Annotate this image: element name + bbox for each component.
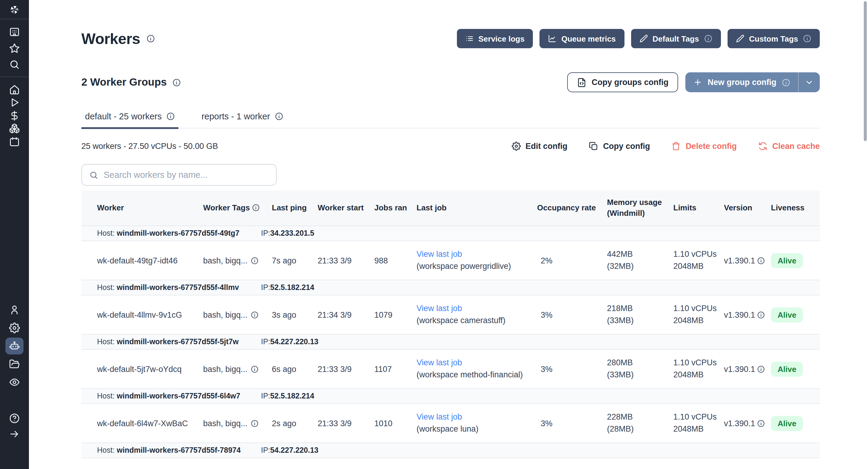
copy-groups-config-button[interactable]: Copy groups config <box>567 72 678 92</box>
sidebar-item-users[interactable] <box>0 301 29 319</box>
info-icon[interactable] <box>782 78 790 87</box>
header-button-custom-tags[interactable]: Custom Tags <box>727 29 820 48</box>
liveness-badge: Alive <box>771 416 803 431</box>
memory-windmill: (28MB) <box>607 423 667 436</box>
search-icon <box>5 56 24 73</box>
edit-config-button[interactable]: Edit config <box>512 142 567 151</box>
column-header-label: Memory usage (Windmill) <box>607 198 662 218</box>
limits: 1.10 vCPUs2048MB <box>673 411 724 436</box>
worker-start: 21:33 3/9 <box>318 419 374 428</box>
workers-info-icon[interactable] <box>146 34 155 43</box>
host-ip: IP:52.5.182.214 <box>261 392 314 400</box>
sidebar-item-settings[interactable] <box>0 319 29 337</box>
worker-groups-info-icon[interactable] <box>172 78 181 87</box>
worker-start: 21:33 3/9 <box>318 256 374 265</box>
sidebar-item-audit-logs[interactable] <box>0 373 29 391</box>
eye-icon <box>5 374 24 390</box>
view-last-job-link[interactable]: View last job <box>416 412 462 421</box>
copy-config-button[interactable]: Copy config <box>589 142 650 151</box>
view-last-job-link[interactable]: View last job <box>416 304 462 313</box>
chevron-down-icon[interactable] <box>799 72 820 92</box>
sidebar-item-schedules[interactable] <box>0 135 29 148</box>
last-job: View last job(workspace luna) <box>416 411 537 436</box>
group-summary: 25 workers - 27.50 vCPUs - 50.00 GB <box>82 142 218 151</box>
view-last-job-link[interactable]: View last job <box>416 358 462 367</box>
column-header-label: Liveness <box>771 203 804 212</box>
info-icon[interactable] <box>704 34 712 43</box>
worker-row: wk-default-4llmv-9v1cGbash, bigq...3s ag… <box>82 295 820 334</box>
occupancy-rate: 3% <box>537 365 607 373</box>
sidebar-item-workers[interactable] <box>0 337 29 355</box>
scrollbar-thumb[interactable] <box>864 1 867 141</box>
worker-tags-text: bash, bigq... <box>203 365 247 373</box>
column-header-jobs-ran: Jobs ran <box>374 202 416 213</box>
worker-name: wk-default-49tg7-idt46 <box>97 256 203 265</box>
workers-table: WorkerWorker Tags Last pingWorker startJ… <box>82 190 820 467</box>
header-button-label: Default Tags <box>652 34 699 43</box>
search-input[interactable] <box>104 170 269 180</box>
jobs-ran: 1107 <box>374 365 416 373</box>
limits-cpu: 1.10 vCPUs <box>673 357 718 369</box>
info-icon[interactable] <box>757 365 765 373</box>
info-icon[interactable] <box>252 204 260 212</box>
last-job-workspace: (workspace camerastuff) <box>416 315 531 327</box>
memory-windmill: (33MB) <box>607 369 667 381</box>
worker-tags: bash, bigq... <box>203 310 272 319</box>
host-name: Host: windmill-workers-67757d55f-4llmv <box>97 283 261 292</box>
action-label: Delete config <box>686 142 737 151</box>
page-header: Workers Service logsQueue metricsDefault… <box>82 0 820 48</box>
windmill-logo-icon[interactable] <box>0 0 29 19</box>
info-icon[interactable] <box>757 419 765 427</box>
header-button-service-logs[interactable]: Service logs <box>457 29 533 48</box>
star-icon <box>5 39 24 56</box>
column-header-label: Limits <box>673 203 696 212</box>
sidebar-item-favorites[interactable] <box>0 40 29 56</box>
column-header-label: Occupancy rate <box>537 203 596 212</box>
host-row: Host: windmill-workers-67757d55f-49tg7IP… <box>82 225 820 241</box>
info-icon[interactable] <box>250 365 258 373</box>
sidebar-item-help[interactable] <box>0 410 29 426</box>
last-job: View last job(workspace powergridlive) <box>416 248 537 273</box>
user-icon <box>5 302 24 318</box>
limits-cpu: 1.10 vCPUs <box>673 303 718 315</box>
info-icon[interactable] <box>757 311 765 319</box>
info-icon[interactable] <box>167 112 175 121</box>
delete-config-button[interactable]: Delete config <box>672 142 737 151</box>
header-button-label: Queue metrics <box>561 34 616 43</box>
view-last-job-link[interactable]: View last job <box>416 250 462 259</box>
last-job-workspace: (workspace powergridlive) <box>416 260 531 273</box>
header-button-default-tags[interactable]: Default Tags <box>631 29 721 48</box>
worker-tags-text: bash, bigq... <box>203 419 247 428</box>
tab-default[interactable]: default - 25 workers <box>82 108 179 129</box>
column-header-limits: Limits <box>673 202 724 213</box>
info-icon[interactable] <box>250 256 258 264</box>
sidebar-item-expand[interactable] <box>0 426 29 442</box>
copy-icon <box>589 142 598 151</box>
info-icon[interactable] <box>250 311 258 319</box>
folder-open-icon <box>5 356 24 373</box>
last-job: View last job(workspace method-financial… <box>416 357 537 381</box>
new-group-config-button[interactable]: New group config <box>685 72 820 92</box>
liveness: Alive <box>771 307 820 322</box>
sidebar-item-folders[interactable] <box>0 355 29 373</box>
tab-reports[interactable]: reports - 1 worker <box>198 108 287 129</box>
info-icon[interactable] <box>757 256 765 264</box>
sidebar-item-apps[interactable] <box>0 24 29 40</box>
header-button-queue-metrics[interactable]: Queue metrics <box>539 29 624 48</box>
sidebar-item-search[interactable] <box>0 56 29 72</box>
gear-icon <box>512 142 521 151</box>
clean-cache-button[interactable]: Clean cache <box>758 142 820 151</box>
info-icon[interactable] <box>250 419 258 427</box>
sidebar-top-section <box>0 19 29 76</box>
arrow-right-icon <box>5 426 24 442</box>
info-icon[interactable] <box>803 34 811 43</box>
column-header-occupancy-rate: Occupancy rate <box>537 202 607 213</box>
sidebar-footer-section <box>0 410 29 442</box>
header-buttons: Service logsQueue metricsDefault TagsCus… <box>457 29 820 48</box>
info-icon[interactable] <box>275 112 283 121</box>
last-ping: 6s ago <box>272 365 318 373</box>
host-name: Host: windmill-workers-67757d55f-49tg7 <box>97 229 261 238</box>
page-title: Workers <box>82 30 140 47</box>
worker-tags: bash, bigq... <box>203 419 272 428</box>
last-ping: 2s ago <box>272 419 318 428</box>
